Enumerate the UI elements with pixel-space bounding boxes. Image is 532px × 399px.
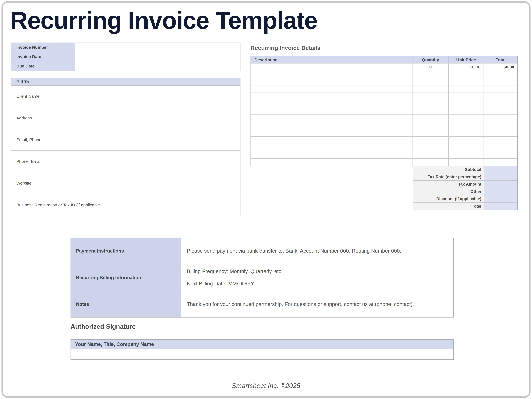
unit-price-cell[interactable]: [449, 151, 484, 158]
summary-value-cell[interactable]: [484, 188, 517, 195]
quantity-cell[interactable]: [413, 151, 449, 158]
unit-price-cell[interactable]: [449, 71, 484, 78]
info-value-cell[interactable]: Please send payment via bank transfer to…: [181, 238, 453, 264]
info-label-cell: Payment Instructions: [71, 238, 181, 264]
unit-price-cell[interactable]: [449, 115, 484, 122]
signature-table: Your Name, Title, Company Name: [70, 339, 454, 360]
quantity-cell[interactable]: [413, 159, 449, 166]
bill-to-row[interactable]: Client Name: [11, 86, 240, 107]
unit-price-cell[interactable]: [449, 100, 484, 107]
total-cell: [484, 107, 517, 115]
meta-row: Due Date: [11, 61, 240, 71]
details-row: [251, 144, 517, 151]
signature-input-row[interactable]: [71, 349, 453, 360]
summary-value-cell[interactable]: [484, 195, 517, 202]
description-cell[interactable]: [251, 144, 413, 151]
description-cell[interactable]: [251, 71, 413, 78]
quantity-cell[interactable]: [413, 107, 449, 115]
meta-value-cell[interactable]: [75, 52, 240, 61]
description-cell[interactable]: [251, 93, 413, 100]
bill-to-row[interactable]: Phone, Email: [11, 151, 240, 172]
description-cell[interactable]: [251, 151, 413, 158]
quantity-cell[interactable]: [413, 115, 449, 122]
unit-price-cell[interactable]: [449, 107, 484, 115]
description-cell[interactable]: [251, 159, 413, 166]
summary-value-cell[interactable]: [484, 180, 517, 188]
quantity-cell[interactable]: [413, 93, 449, 100]
description-cell[interactable]: [251, 115, 413, 122]
summary-row: Subtotal: [413, 166, 517, 173]
quantity-cell[interactable]: [413, 71, 449, 78]
unit-price-cell[interactable]: $0.00: [449, 64, 484, 71]
quantity-cell[interactable]: 0: [413, 64, 449, 71]
info-table: Payment InstructionsPlease send payment …: [70, 238, 454, 317]
unit-price-cell[interactable]: [449, 129, 484, 136]
total-cell: [484, 159, 517, 166]
quantity-cell[interactable]: [413, 129, 449, 136]
meta-value-cell[interactable]: [75, 61, 240, 71]
bill-to-table: Bill To Client NameAddressEmail, PhonePh…: [11, 78, 241, 216]
unit-price-cell[interactable]: [449, 137, 484, 144]
page-title: Recurring Invoice Template: [10, 6, 317, 34]
unit-price-cell[interactable]: [449, 93, 484, 100]
info-value-line: Next Billing Date: MM/DD/YY: [187, 280, 450, 287]
details-row: [251, 129, 517, 137]
unit-price-cell[interactable]: [449, 78, 484, 85]
details-table: DescriptionQuantityUnit PriceTotal0$0.00…: [251, 56, 518, 166]
details-row: [251, 85, 517, 93]
quantity-cell[interactable]: [413, 122, 449, 129]
summary-table: SubtotalTax Rate (enter percentage)Tax A…: [413, 166, 518, 210]
details-row: [251, 137, 517, 144]
summary-value-cell[interactable]: [484, 203, 517, 210]
summary-value-cell[interactable]: [484, 173, 517, 180]
details-row: [251, 100, 517, 107]
quantity-cell[interactable]: [413, 78, 449, 85]
total-cell: [484, 144, 517, 151]
description-cell[interactable]: [251, 137, 413, 144]
info-label-cell: Recurring Billing Information: [71, 264, 181, 291]
meta-value-cell[interactable]: [75, 43, 240, 52]
col-total: Total: [484, 56, 517, 63]
info-value-line: Thank you for your continued partnership…: [187, 301, 450, 308]
summary-label-cell: Other: [413, 188, 484, 195]
total-cell: $0.00: [484, 64, 517, 71]
description-cell[interactable]: [251, 129, 413, 136]
unit-price-cell[interactable]: [449, 144, 484, 151]
signature-heading: Authorized Signature: [70, 323, 136, 330]
col-unit-price: Unit Price: [449, 56, 484, 63]
info-row: Payment InstructionsPlease send payment …: [71, 238, 453, 264]
details-row: [251, 151, 517, 159]
meta-row: Invoice Date: [11, 52, 240, 61]
quantity-cell[interactable]: [413, 144, 449, 151]
unit-price-cell[interactable]: [449, 159, 484, 166]
description-cell[interactable]: [251, 100, 413, 107]
description-cell[interactable]: [251, 107, 413, 115]
quantity-cell[interactable]: [413, 137, 449, 144]
details-row: [251, 71, 517, 78]
info-value-cell[interactable]: Thank you for your continued partnership…: [181, 291, 453, 317]
details-heading: Recurring Invoice Details: [251, 45, 320, 51]
description-cell[interactable]: [251, 85, 413, 92]
unit-price-cell[interactable]: [449, 122, 484, 129]
info-value-line: Billing Frequency: Monthly, Quarterly, e…: [187, 268, 450, 275]
total-cell: [484, 100, 517, 107]
quantity-cell[interactable]: [413, 100, 449, 107]
description-cell[interactable]: [251, 78, 413, 85]
bill-to-row[interactable]: Business Registration or Tax ID (if appl…: [11, 194, 240, 216]
total-cell: [484, 137, 517, 144]
details-row: [251, 93, 517, 100]
meta-label-cell: Invoice Number: [11, 43, 75, 52]
description-cell[interactable]: [251, 64, 413, 71]
summary-label-cell: Subtotal: [413, 166, 484, 173]
quantity-cell[interactable]: [413, 85, 449, 92]
details-row: [251, 159, 517, 166]
description-cell[interactable]: [251, 122, 413, 129]
info-value-cell[interactable]: Billing Frequency: Monthly, Quarterly, e…: [181, 264, 453, 291]
unit-price-cell[interactable]: [449, 85, 484, 92]
total-cell: [484, 115, 517, 122]
summary-value-cell[interactable]: [484, 166, 517, 173]
bill-to-row[interactable]: Email, Phone: [11, 129, 240, 151]
meta-row: Invoice Number: [11, 43, 240, 52]
bill-to-row[interactable]: Address: [11, 107, 240, 129]
bill-to-row[interactable]: Website: [11, 172, 240, 194]
